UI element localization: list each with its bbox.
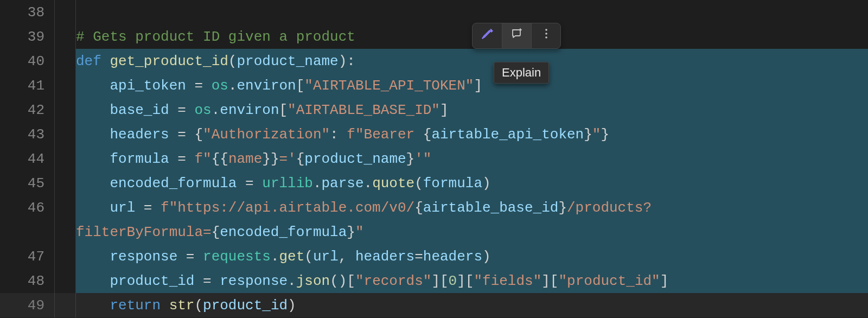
code-token xyxy=(76,175,110,192)
code-token: ][ xyxy=(431,273,448,289)
code-token: response xyxy=(110,249,177,265)
code-token: } xyxy=(584,126,592,143)
code-token: "fields" xyxy=(474,273,541,289)
code-token: ] xyxy=(440,102,449,118)
code-token: base_id xyxy=(110,102,169,118)
code-token: " xyxy=(355,224,364,240)
more-actions-button[interactable] xyxy=(531,23,560,48)
line-number-gutter: 383940414243444546474849 xyxy=(0,0,54,318)
code-token: get_product_id xyxy=(110,53,228,69)
code-token: =' xyxy=(279,151,296,167)
code-token: { xyxy=(423,126,432,143)
more-vertical-icon xyxy=(540,27,553,44)
chat-new-icon xyxy=(510,27,524,44)
code-token: formula xyxy=(423,175,482,192)
code-token: { xyxy=(296,151,305,167)
code-line[interactable]: encoded_formula = urllib.parse.quote(for… xyxy=(76,171,868,195)
svg-point-2 xyxy=(545,36,547,39)
code-token: = xyxy=(414,249,423,265)
code-token: [ xyxy=(279,102,288,118)
code-token: formula xyxy=(110,151,169,167)
code-token: ()[ xyxy=(330,273,355,289)
folding-ruler[interactable] xyxy=(54,0,76,318)
code-token: { xyxy=(212,224,220,240)
code-token: ) xyxy=(482,249,491,265)
sparkle-edit-icon xyxy=(481,27,494,44)
code-token: product_name xyxy=(237,53,338,69)
code-token: json xyxy=(296,273,330,289)
code-token: ): xyxy=(339,53,355,69)
code-token: , xyxy=(339,249,355,265)
code-token: = xyxy=(237,175,262,192)
code-token: } xyxy=(558,200,567,216)
svg-point-0 xyxy=(545,29,547,31)
code-token xyxy=(76,151,110,167)
code-token: ( xyxy=(304,249,313,265)
code-token: 0 xyxy=(449,273,457,289)
code-token: environ xyxy=(220,102,279,118)
code-token: headers xyxy=(423,249,482,265)
code-area[interactable]: # Gets product ID given a productdef get… xyxy=(76,0,868,318)
code-line[interactable]: url = f"https://api.airtable.com/v0/{air… xyxy=(76,195,868,220)
code-token xyxy=(76,78,110,94)
code-line[interactable]: response = requests.get(url, headers=hea… xyxy=(76,244,868,269)
code-token xyxy=(76,297,110,314)
code-token: urllib xyxy=(262,175,313,192)
code-token: "AIRTABLE_BASE_ID" xyxy=(288,102,440,118)
code-token: . xyxy=(228,78,237,94)
code-token: product_id xyxy=(203,297,288,314)
line-number xyxy=(0,220,44,244)
explain-button[interactable] xyxy=(502,23,531,48)
code-token: def xyxy=(76,53,110,69)
code-line[interactable]: headers = {"Authorization": f"Bearer {ai… xyxy=(76,122,868,147)
code-token: = xyxy=(177,249,203,265)
code-line[interactable]: filterByFormula={encoded_formula}" xyxy=(76,220,868,244)
code-token: url xyxy=(110,200,135,216)
code-token: encoded_formula xyxy=(110,175,237,192)
code-token: os xyxy=(212,78,228,94)
code-token: headers xyxy=(355,249,414,265)
code-token: { xyxy=(414,200,423,216)
code-token: ] xyxy=(660,273,669,289)
line-number: 38 xyxy=(0,0,44,24)
code-token: "records" xyxy=(355,273,431,289)
code-token: ][ xyxy=(457,273,474,289)
code-token: airtable_api_token xyxy=(431,126,584,143)
sparkle-edit-button[interactable] xyxy=(473,23,502,48)
code-token: url xyxy=(313,249,339,265)
code-line[interactable]: return str(product_id) xyxy=(76,293,868,317)
code-token: name xyxy=(228,151,262,167)
code-token: = xyxy=(186,78,212,94)
line-number: 45 xyxy=(0,171,44,195)
line-number: 43 xyxy=(0,122,44,147)
code-token: f"https://api.airtable.com/v0/ xyxy=(161,200,414,216)
code-line[interactable]: def get_product_id(product_name): xyxy=(76,49,868,73)
code-token: = xyxy=(194,273,220,289)
code-token: ( xyxy=(228,53,237,69)
code-token: . xyxy=(212,102,220,118)
code-token: f" xyxy=(194,151,211,167)
code-token: . xyxy=(271,249,279,265)
code-token: : xyxy=(330,126,347,143)
line-number: 46 xyxy=(0,195,44,220)
code-token: "Authorization" xyxy=(203,126,330,143)
code-token: "AIRTABLE_API_TOKEN" xyxy=(304,78,474,94)
code-token: '" xyxy=(414,151,431,167)
code-token: str xyxy=(169,297,195,314)
line-number: 40 xyxy=(0,49,44,73)
code-token xyxy=(76,200,110,216)
code-line[interactable]: formula = f"{{name}}='{product_name}'" xyxy=(76,147,868,171)
code-editor[interactable]: 383940414243444546474849 # Gets product … xyxy=(0,0,868,318)
code-token: = xyxy=(169,151,195,167)
code-token xyxy=(76,249,110,265)
code-token: headers xyxy=(110,126,169,143)
line-number: 42 xyxy=(0,98,44,122)
code-token: = xyxy=(169,126,195,143)
code-token: airtable_base_id xyxy=(423,200,559,216)
code-line[interactable] xyxy=(76,0,868,24)
code-line[interactable]: product_id = response.json()["records"][… xyxy=(76,269,868,293)
code-token: ] xyxy=(474,78,482,94)
code-line[interactable]: api_token = os.environ["AIRTABLE_API_TOK… xyxy=(76,73,868,98)
code-token: environ xyxy=(237,78,296,94)
code-line[interactable]: base_id = os.environ["AIRTABLE_BASE_ID"] xyxy=(76,98,868,122)
